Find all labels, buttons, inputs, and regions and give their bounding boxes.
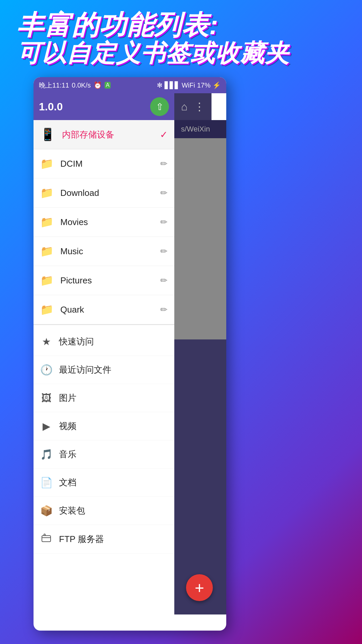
folder-name-pictures: Pictures — [60, 275, 154, 286]
menu-item-docs[interactable]: 📄 文档 — [34, 469, 174, 497]
add-icon: + — [195, 579, 204, 597]
edit-icon-movies[interactable]: ✏ — [160, 217, 168, 227]
document-icon: 📄 — [40, 477, 52, 488]
fab-button[interactable]: + — [186, 574, 213, 601]
share-icon: ⇧ — [156, 101, 164, 112]
folder-icon-movies: 📁 — [40, 216, 54, 228]
menu-item-images[interactable]: 🖼 图片 — [34, 384, 174, 412]
menu-label-images: 图片 — [59, 392, 76, 404]
content-area: 📱 内部存储设备 ✓ 📁 DCIM ✏ 📁 Download ✏ — [34, 120, 226, 614]
menu-label-ftp: FTP 服务器 — [59, 533, 104, 545]
folder-name-download: Download — [60, 188, 154, 198]
history-icon: 🕐 — [40, 364, 52, 376]
svg-rect-0 — [42, 536, 51, 542]
phone-frame: 晚上11:11 0.0K/s ⏰ A ✻ ▋▋▋ WiFi 17% ⚡ 1.0.… — [34, 77, 226, 631]
promo-subtitle: 可以自定义书签或收藏夹 — [17, 40, 290, 66]
storage-header[interactable]: 📱 内部存储设备 ✓ — [34, 120, 174, 149]
folder-item-music[interactable]: 📁 Music ✏ — [34, 237, 174, 266]
folder-name-movies: Movies — [60, 217, 154, 227]
menu-item-music[interactable]: 🎵 音乐 — [34, 440, 174, 469]
more-options-icon[interactable]: ⋮ — [194, 100, 205, 113]
folder-item-movies[interactable]: 📁 Movies ✏ — [34, 208, 174, 237]
folder-section: 📁 DCIM ✏ 📁 Download ✏ 📁 Movies ✏ — [34, 149, 174, 325]
package-icon: 📦 — [40, 505, 52, 517]
video-icon: ▶ — [40, 420, 52, 432]
path-bar: s/WeiXin — [174, 120, 226, 138]
alarm-icon: ⏰ — [94, 81, 102, 89]
edit-icon-music[interactable]: ✏ — [160, 246, 168, 257]
menu-item-packages[interactable]: 📦 安装包 — [34, 497, 174, 525]
menu-item-ftp[interactable]: FTP 服务器 — [34, 525, 174, 554]
promo-area: 丰富的功能列表: 可以自定义书签或收藏夹 — [0, 0, 362, 77]
status-left: 晚上11:11 0.0K/s ⏰ A — [39, 81, 111, 90]
right-panel: s/WeiXin + — [174, 120, 226, 614]
star-icon: ★ — [40, 336, 52, 347]
battery-indicator: 17% — [197, 82, 210, 89]
ftp-icon — [40, 533, 52, 545]
folder-name-music: Music — [60, 246, 154, 257]
charging-icon: ⚡ — [213, 81, 221, 89]
menu-label-video: 视频 — [59, 420, 76, 432]
app-version: 1.0.0 — [39, 101, 63, 113]
edit-icon-quark[interactable]: ✏ — [160, 305, 168, 315]
status-time: 晚上11:11 — [39, 81, 69, 90]
menu-label-recent: 最近访问文件 — [59, 364, 111, 376]
menu-item-video[interactable]: ▶ 视频 — [34, 412, 174, 440]
phone-storage-icon: 📱 — [40, 127, 55, 142]
edit-icon-dcim[interactable]: ✏ — [160, 159, 168, 169]
storage-check-icon: ✓ — [160, 129, 168, 140]
folder-icon-dcim: 📁 — [40, 157, 54, 170]
menu-item-quick-access[interactable]: ★ 快速访问 — [34, 328, 174, 356]
file-content-area — [174, 138, 226, 339]
right-panel-header: ⌂ ⋮ — [174, 93, 212, 120]
folder-icon-download: 📁 — [40, 186, 54, 199]
menu-section: ★ 快速访问 🕐 最近访问文件 🖼 图片 ▶ 视频 — [34, 325, 174, 554]
wifi-icon: WiFi — [182, 82, 195, 89]
folder-icon-quark: 📁 — [40, 303, 54, 316]
menu-label-music: 音乐 — [59, 448, 76, 460]
folder-name-dcim: DCIM — [60, 159, 154, 169]
folder-item-download[interactable]: 📁 Download ✏ — [34, 178, 174, 208]
promo-title: 丰富的功能列表: — [17, 10, 219, 40]
folder-name-quark: Quark — [60, 305, 154, 315]
status-right: ✻ ▋▋▋ WiFi 17% ⚡ — [157, 81, 221, 89]
edit-icon-pictures[interactable]: ✏ — [160, 275, 168, 286]
menu-label-docs: 文档 — [59, 477, 76, 488]
status-speed: 0.0K/s — [72, 82, 91, 89]
edit-icon-download[interactable]: ✏ — [160, 188, 168, 198]
music-icon: 🎵 — [40, 448, 52, 460]
storage-title: 内部存储设备 — [62, 129, 153, 141]
signal-icon: ▋▋▋ — [165, 81, 180, 89]
app-header: 1.0.0 ⇧ — [34, 93, 174, 120]
menu-item-recent[interactable]: 🕐 最近访问文件 — [34, 356, 174, 384]
menu-label-quick-access: 快速访问 — [59, 336, 94, 347]
drawer: 📱 内部存储设备 ✓ 📁 DCIM ✏ 📁 Download ✏ — [34, 120, 174, 614]
folder-icon-pictures: 📁 — [40, 274, 54, 287]
image-icon: 🖼 — [40, 392, 52, 404]
android-icon: A — [105, 82, 111, 89]
folder-item-dcim[interactable]: 📁 DCIM ✏ — [34, 149, 174, 178]
share-button[interactable]: ⇧ — [150, 97, 169, 116]
folder-icon-music: 📁 — [40, 245, 54, 258]
home-icon[interactable]: ⌂ — [181, 101, 187, 113]
folder-item-quark[interactable]: 📁 Quark ✏ — [34, 295, 174, 324]
folder-item-pictures[interactable]: 📁 Pictures ✏ — [34, 266, 174, 295]
status-bar: 晚上11:11 0.0K/s ⏰ A ✻ ▋▋▋ WiFi 17% ⚡ — [34, 77, 226, 93]
path-text: s/WeiXin — [181, 125, 210, 133]
bluetooth-icon: ✻ — [157, 81, 163, 89]
menu-label-packages: 安装包 — [59, 505, 85, 517]
